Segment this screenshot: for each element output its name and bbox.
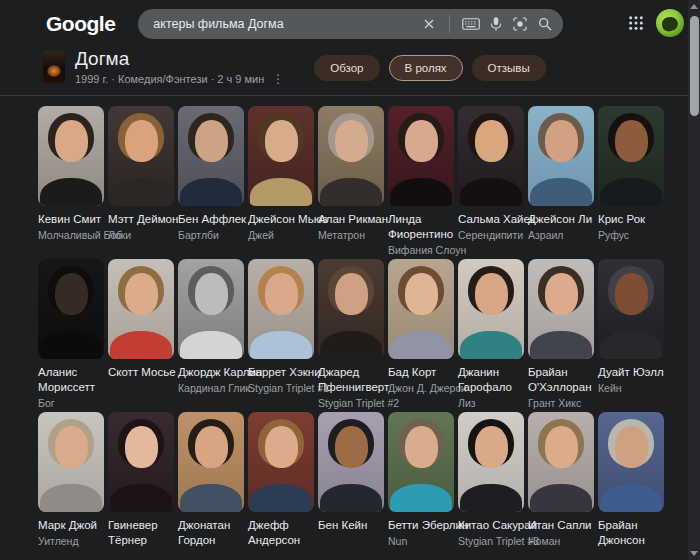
apps-grid-icon[interactable] [628,15,644,31]
actor-name: Бетти Эберлин [388,518,454,533]
actor-name: Джордж Карлин [178,365,244,380]
character-name: Джей [248,229,314,242]
actor-photo [528,412,594,512]
cast-card[interactable]: Бад Корт Джон Д. Джерси [388,259,454,405]
photo-head-shape [125,426,158,468]
photo-body-shape [530,178,592,206]
cast-card[interactable]: Алан Рикман Метатрон [318,106,384,252]
character-name: Бартлби [178,229,244,242]
photo-head-shape [55,273,88,315]
actor-photo [458,259,524,359]
cast-card[interactable]: Бен Кейн [318,412,384,558]
photo-body-shape [320,178,382,206]
photo-body-shape [530,484,592,512]
actor-name: Марк Джой [38,518,104,533]
actor-photo [388,259,454,359]
scroll-down-arrow[interactable] [690,551,698,556]
actor-name: Аланис Мориссетт [38,365,104,395]
cast-card[interactable]: Мэтт Деймон Локи [108,106,174,252]
photo-head-shape [195,426,228,468]
photo-head-shape [615,273,648,315]
cast-card[interactable]: Крис Рок Руфус [598,106,664,252]
cast-card[interactable]: Джейсон Мьюз Джей [248,106,314,252]
cast-card[interactable]: Баррет Хэкни Stygian Triplet #1 [248,259,314,405]
cast-card[interactable]: Скотт Мосье [108,259,174,405]
character-name: Stygian Triplet #1 [248,382,314,395]
photo-head-shape [335,273,368,315]
photo-head-shape [55,120,88,162]
photo-body-shape [180,331,242,359]
cast-card[interactable]: Аланис Мориссетт Бог [38,259,104,405]
cast-card[interactable]: Марк Джой Уитленд [38,412,104,558]
cast-grid: Кевин Смит Молчаливый Боб Мэтт Деймон Ло… [0,96,700,560]
cast-card[interactable]: Джейсон Ли Азраил [528,106,594,252]
character-name: Stygian Triplet #3 [458,535,524,548]
search-divider [449,15,450,33]
cast-card[interactable]: Линда Фиорентино Вифания Слоун [388,106,454,252]
actor-name: Скотт Мосье [108,365,174,380]
cast-card[interactable]: Брайан Джонсон [598,412,664,558]
cast-card[interactable]: Бен Аффлек Бартлби [178,106,244,252]
scrollbar[interactable] [688,0,700,560]
mic-icon[interactable] [489,16,503,32]
actor-name: Джанин Гарофало [458,365,524,395]
photo-body-shape [390,331,452,359]
avatar[interactable] [656,9,684,37]
cast-card[interactable]: Кевин Смит Молчаливый Боб [38,106,104,252]
actor-photo [38,259,104,359]
photo-body-shape [250,178,312,206]
actor-photo [458,412,524,512]
search-bar[interactable] [138,9,563,39]
google-logo[interactable]: Google [46,12,115,36]
cast-card[interactable]: Джаред Пфеннигверт Stygian Triplet #2 [318,259,384,405]
cast-card[interactable]: Джордж Карлин Кардинал Глик [178,259,244,405]
character-name: Stygian Triplet #2 [318,397,384,410]
tab-cast[interactable]: В ролях [389,55,463,81]
photo-head-shape [265,273,298,315]
cast-card[interactable]: Итан Сапли Номан [528,412,594,558]
scrollbar-thumb[interactable] [690,16,699,116]
photo-head-shape [335,426,368,468]
cast-card[interactable]: Бетти Эберлин Nun [388,412,454,558]
actor-name: Мэтт Деймон [108,212,174,227]
actor-name: Сальма Хайек [458,212,524,227]
actor-name: Бен Кейн [318,518,384,533]
cast-card[interactable]: Гвиневер Тёрнер [108,412,174,558]
search-icon[interactable] [537,16,553,32]
lens-icon[interactable] [512,16,528,32]
more-options-icon[interactable]: ⋮ [272,74,284,84]
photo-head-shape [195,120,228,162]
google-search-page: Google [0,0,700,560]
search-input[interactable] [153,17,421,31]
actor-name: Китао Сакураи [458,518,524,533]
cast-card[interactable]: Сальма Хайек Серендипити [458,106,524,252]
keyboard-icon[interactable] [462,17,480,31]
character-name: Кейн [598,382,664,395]
photo-head-shape [265,426,298,468]
photo-body-shape [460,484,522,512]
photo-head-shape [545,273,578,315]
cast-card[interactable]: Китао Сакураи Stygian Triplet #3 [458,412,524,558]
cast-card[interactable]: Брайан О'Хэллоран Грант Хикс [528,259,594,405]
cast-card[interactable]: Дуайт Юэлл Кейн [598,259,664,405]
character-name: Номан [528,535,594,548]
tab-reviews[interactable]: Отзывы [472,55,546,81]
photo-head-shape [545,426,578,468]
cast-card[interactable]: Джонатан Гордон [178,412,244,558]
actor-name: Джефф Андерсон [248,518,314,548]
cast-card[interactable]: Джефф Андерсон [248,412,314,558]
actor-photo [248,412,314,512]
tab-overview[interactable]: Обзор [314,55,379,81]
photo-head-shape [125,120,158,162]
actor-photo [388,106,454,206]
photo-body-shape [110,331,172,359]
cast-card[interactable]: Джанин Гарофало Лиз [458,259,524,405]
clear-icon[interactable] [421,16,437,32]
actor-name: Алан Рикман [318,212,384,227]
scroll-up-arrow[interactable] [690,4,698,9]
actor-photo [108,412,174,512]
photo-body-shape [40,331,102,359]
photo-body-shape [600,178,662,206]
photo-head-shape [615,426,648,468]
photo-head-shape [545,120,578,162]
